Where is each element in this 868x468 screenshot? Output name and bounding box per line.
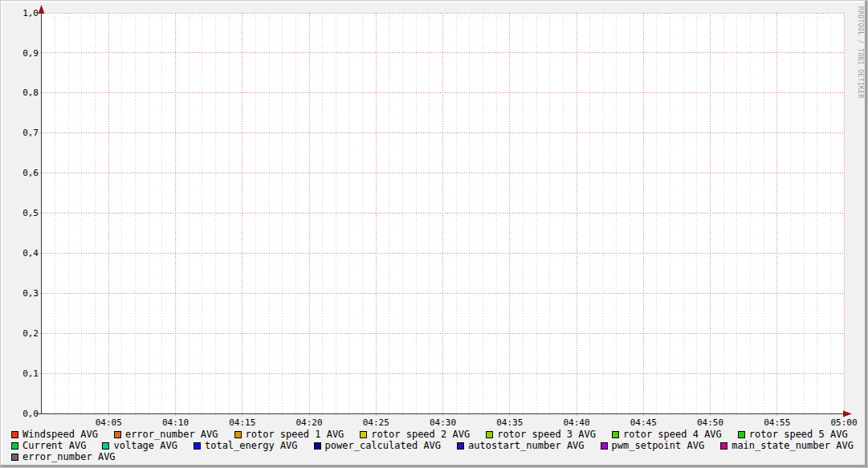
legend-item: main_state_number AVG xyxy=(720,441,854,451)
legend-item: Current AVG xyxy=(11,441,86,451)
x-tick-label: 04:25 xyxy=(363,417,389,427)
legend-item: total_energy AVG xyxy=(194,441,298,451)
legend-color-swatch-icon xyxy=(720,442,727,450)
legend-label: error_number AVG xyxy=(125,429,218,440)
legend-color-swatch-icon xyxy=(102,442,109,450)
y-tick-label: 0,4 xyxy=(22,248,39,258)
y-tick-label: 0,9 xyxy=(22,48,39,59)
x-tick-label: 04:35 xyxy=(496,417,523,427)
x-tick-label: 04:45 xyxy=(630,417,657,427)
legend-label: Windspeed AVG xyxy=(22,429,98,440)
legend-label: autostart_number AVG xyxy=(468,441,585,451)
legend-color-swatch-icon xyxy=(486,431,493,438)
x-tick-labels: 04:0504:1004:1504:2004:2504:3004:3504:40… xyxy=(96,417,858,427)
legend-color-swatch-icon xyxy=(114,431,121,438)
legend-row: Windspeed AVGerror_number AVGrotor speed… xyxy=(11,429,866,440)
legend-color-swatch-icon xyxy=(738,431,745,438)
legend-row: error_number AVG xyxy=(11,451,866,462)
legend-item: rotor speed 2 AVG xyxy=(360,429,470,440)
legend-item: pwm_setpoint AVG xyxy=(601,441,705,451)
x-axis-arrow-icon xyxy=(843,411,852,417)
legend-color-swatch-icon xyxy=(194,442,201,450)
legend-label: rotor speed 4 AVG xyxy=(623,429,722,440)
legend-color-swatch-icon xyxy=(612,431,619,438)
legend-item: rotor speed 4 AVG xyxy=(612,429,722,440)
legend-row: Current AVGvoltage AVGtotal_energy AVGpo… xyxy=(11,440,866,451)
legend-color-swatch-icon xyxy=(11,454,18,461)
y-tick-label: 0,3 xyxy=(22,288,39,299)
legend-item: error_number AVG xyxy=(11,452,116,462)
watermark: RRDTOOL / TOBI OETIKER xyxy=(857,6,864,99)
legend-label: Current AVG xyxy=(22,441,86,451)
legend-color-swatch-icon xyxy=(314,442,321,450)
legend-item: voltage AVG xyxy=(102,441,177,451)
y-tick-labels: 1,00,90,80,70,60,50,40,30,20,10,0 xyxy=(22,8,39,420)
x-tick-label: 04:10 xyxy=(162,417,189,427)
legend-item: autostart_number AVG xyxy=(457,441,585,451)
legend-label: total_energy AVG xyxy=(205,441,298,451)
y-tick-label: 0,6 xyxy=(22,168,39,178)
y-tick-label: 1,0 xyxy=(22,8,39,18)
y-tick-label: 0,8 xyxy=(22,87,39,98)
legend-color-swatch-icon xyxy=(457,442,464,450)
x-tick-label: 04:05 xyxy=(96,417,122,427)
legend-color-swatch-icon xyxy=(11,431,18,438)
x-tick-label: 04:30 xyxy=(430,417,456,427)
legend-label: rotor speed 1 AVG xyxy=(246,429,344,440)
legend-label: main_state_number AVG xyxy=(731,441,854,451)
x-tick-label: 04:15 xyxy=(229,417,255,427)
legend-item: error_number AVG xyxy=(114,429,218,440)
legend-label: pwm_setpoint AVG xyxy=(612,441,705,451)
y-axis-arrow-icon xyxy=(39,5,45,14)
rrdtool-graph: 04:0504:1004:1504:2004:2504:3004:3504:40… xyxy=(0,0,868,468)
y-tick-label: 0,5 xyxy=(22,208,39,218)
plot-svg: 04:0504:1004:1504:2004:2504:3004:3504:40… xyxy=(1,1,868,427)
legend-label: rotor speed 2 AVG xyxy=(371,429,470,440)
legend-label: error_number AVG xyxy=(22,452,116,462)
x-tick-label: 04:55 xyxy=(764,417,790,427)
legend-item: power_calculated AVG xyxy=(314,441,442,451)
x-tick-label: 05:00 xyxy=(830,417,857,427)
x-tick-label: 04:40 xyxy=(563,417,589,427)
y-tick-label: 0,7 xyxy=(22,128,39,138)
x-tick-label: 04:20 xyxy=(295,417,322,427)
legend-label: power_calculated AVG xyxy=(325,441,442,451)
legend-color-swatch-icon xyxy=(360,431,367,438)
legend-item: rotor speed 1 AVG xyxy=(234,429,344,440)
y-tick-label: 0,2 xyxy=(22,328,39,339)
legend-label: rotor speed 3 AVG xyxy=(497,429,596,440)
y-tick-label: 0,1 xyxy=(22,368,39,379)
legend-color-swatch-icon xyxy=(11,442,18,450)
legend-color-swatch-icon xyxy=(601,442,608,450)
legend-item: rotor speed 5 AVG xyxy=(738,429,848,440)
legend-item: Windspeed AVG xyxy=(11,429,98,440)
bevel-bottom xyxy=(1,465,867,467)
x-tick-label: 04:50 xyxy=(697,417,723,427)
legend-item: rotor speed 3 AVG xyxy=(486,429,596,440)
legend-label: rotor speed 5 AVG xyxy=(749,429,848,440)
legend-color-swatch-icon xyxy=(234,431,242,438)
legend-label: voltage AVG xyxy=(113,441,177,451)
